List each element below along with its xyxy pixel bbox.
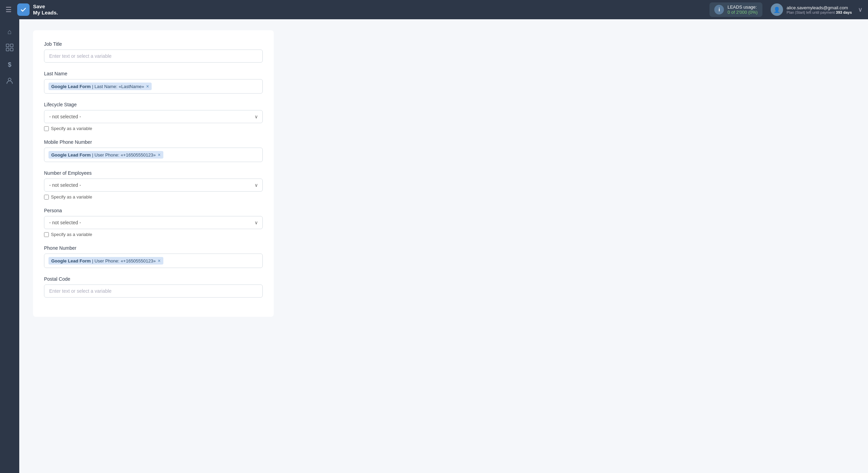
svg-rect-4: [10, 48, 13, 51]
app-header: ☰ Save My Leads. i LEADS usage: 0 of 2'0…: [0, 0, 868, 19]
num-employees-select-wrapper: - not selected -: [44, 179, 263, 192]
sidebar-item-home[interactable]: ⌂: [3, 25, 17, 39]
num-employees-variable-checkbox[interactable]: [44, 195, 49, 200]
user-dropdown-arrow[interactable]: ∨: [858, 6, 862, 13]
num-employees-variable-row: Specify as a variable: [44, 194, 263, 200]
lifecycle-stage-label: Lifecycle Stage: [44, 102, 263, 107]
field-last-name: Last Name Google Lead Form | Last Name: …: [44, 71, 263, 94]
form-container: Job Title Last Name Google Lead Form | L…: [33, 30, 274, 317]
mobile-phone-label: Mobile Phone Number: [44, 139, 263, 145]
phone-number-label: Phone Number: [44, 245, 263, 251]
last-name-tag-input[interactable]: Google Lead Form | Last Name: «LastName»…: [44, 79, 263, 94]
mobile-tag-close-icon[interactable]: ×: [158, 152, 161, 158]
persona-select-wrapper: - not selected -: [44, 216, 263, 229]
info-icon: i: [714, 5, 724, 14]
field-lifecycle-stage: Lifecycle Stage - not selected - Specify…: [44, 102, 263, 131]
menu-icon[interactable]: ☰: [6, 6, 12, 14]
svg-rect-0: [20, 6, 27, 13]
lifecycle-stage-variable-checkbox[interactable]: [44, 126, 49, 131]
main-content: Job Title Last Name Google Lead Form | L…: [19, 19, 868, 473]
sidebar-item-account[interactable]: [3, 74, 17, 88]
field-postal-code: Postal Code: [44, 276, 263, 298]
phone-tag-source: Google Lead Form: [51, 258, 91, 264]
mobile-phone-tag-input[interactable]: Google Lead Form | User Phone: «+1650555…: [44, 148, 263, 162]
tag-field-value: «LastName»: [119, 84, 144, 89]
postal-code-input[interactable]: [44, 284, 263, 298]
logo: Save My Leads.: [17, 3, 58, 16]
phone-tag-separator: | User Phone:: [92, 258, 119, 264]
sidebar-item-connections[interactable]: [3, 41, 17, 55]
last-name-tag: Google Lead Form | Last Name: «LastName»…: [48, 83, 152, 90]
num-employees-select[interactable]: - not selected -: [44, 179, 263, 192]
lifecycle-stage-select-wrapper: - not selected -: [44, 110, 263, 123]
mobile-tag-source: Google Lead Form: [51, 152, 91, 158]
svg-rect-2: [10, 44, 13, 47]
persona-variable-label: Specify as a variable: [51, 232, 92, 237]
dollar-icon: $: [8, 61, 11, 68]
lifecycle-stage-select[interactable]: - not selected -: [44, 110, 263, 123]
network-icon: [6, 44, 13, 53]
svg-rect-1: [6, 44, 9, 47]
sidebar: ⌂ $: [0, 19, 19, 473]
user-avatar: 👤: [771, 3, 783, 16]
persona-variable-checkbox[interactable]: [44, 232, 49, 237]
user-icon: [6, 77, 13, 86]
logo-text: Save My Leads.: [33, 3, 58, 16]
user-info: 👤 alice.savemyleads@gmail.com Plan |Star…: [771, 3, 862, 16]
logo-icon: [17, 3, 30, 16]
mobile-phone-tag: Google Lead Form | User Phone: «+1650555…: [48, 151, 163, 159]
user-email: alice.savemyleads@gmail.com: [786, 5, 852, 10]
phone-tag-value: «+16505550123»: [121, 258, 156, 264]
field-num-employees: Number of Employees - not selected - Spe…: [44, 170, 263, 200]
lifecycle-stage-variable-label: Specify as a variable: [51, 126, 92, 131]
phone-number-tag: Google Lead Form | User Phone: «+1650555…: [48, 257, 163, 265]
field-persona: Persona - not selected - Specify as a va…: [44, 208, 263, 237]
lifecycle-stage-variable-row: Specify as a variable: [44, 126, 263, 131]
job-title-label: Job Title: [44, 41, 263, 47]
leads-usage-label: LEADS usage:: [727, 4, 758, 10]
mobile-tag-value: «+16505550123»: [121, 152, 156, 158]
phone-tag-close-icon[interactable]: ×: [158, 258, 161, 264]
num-employees-variable-label: Specify as a variable: [51, 194, 92, 200]
field-job-title: Job Title: [44, 41, 263, 63]
job-title-input[interactable]: [44, 50, 263, 63]
field-phone-number: Phone Number Google Lead Form | User Pho…: [44, 245, 263, 268]
svg-rect-3: [6, 48, 9, 51]
last-name-label: Last Name: [44, 71, 263, 76]
user-plan: Plan |Start| left until payment 393 days: [786, 10, 852, 14]
postal-code-label: Postal Code: [44, 276, 263, 282]
tag-source: Google Lead Form: [51, 84, 91, 89]
svg-point-5: [8, 78, 11, 81]
tag-close-icon[interactable]: ×: [146, 84, 149, 89]
persona-variable-row: Specify as a variable: [44, 232, 263, 237]
mobile-tag-separator: | User Phone:: [92, 152, 119, 158]
persona-select[interactable]: - not selected -: [44, 216, 263, 229]
phone-number-tag-input[interactable]: Google Lead Form | User Phone: «+1650555…: [44, 254, 263, 268]
user-details: alice.savemyleads@gmail.com Plan |Start|…: [786, 5, 852, 14]
num-employees-label: Number of Employees: [44, 170, 263, 176]
leads-usage-count: 0 of 2'000 (0%): [727, 10, 758, 15]
sidebar-item-billing[interactable]: $: [3, 58, 17, 72]
persona-label: Persona: [44, 208, 263, 213]
tag-separator-value: | Last Name:: [92, 84, 117, 89]
leads-usage-widget: i LEADS usage: 0 of 2'000 (0%): [709, 2, 762, 17]
field-mobile-phone: Mobile Phone Number Google Lead Form | U…: [44, 139, 263, 162]
home-icon: ⌂: [8, 28, 12, 36]
